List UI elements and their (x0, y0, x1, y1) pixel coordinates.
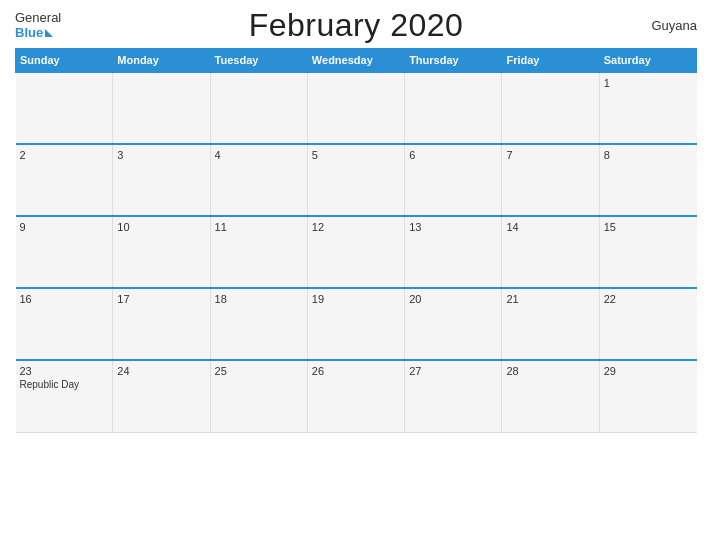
calendar-cell: 9 (16, 216, 113, 288)
day-number: 6 (409, 149, 497, 161)
calendar-cell: 25 (210, 360, 307, 432)
calendar-cell: 3 (113, 144, 210, 216)
calendar-cell: 19 (307, 288, 404, 360)
holiday-label: Republic Day (20, 379, 109, 390)
day-number: 17 (117, 293, 205, 305)
calendar-cell: 15 (599, 216, 696, 288)
day-number: 28 (506, 365, 594, 377)
calendar-cell (210, 72, 307, 144)
header-saturday: Saturday (599, 49, 696, 73)
calendar-cell: 23Republic Day (16, 360, 113, 432)
calendar-cell (502, 72, 599, 144)
calendar-cell: 14 (502, 216, 599, 288)
calendar-cell: 10 (113, 216, 210, 288)
day-number: 22 (604, 293, 693, 305)
calendar-cell: 1 (599, 72, 696, 144)
day-number: 20 (409, 293, 497, 305)
calendar-cell: 18 (210, 288, 307, 360)
calendar-cell: 13 (405, 216, 502, 288)
calendar-cell: 12 (307, 216, 404, 288)
day-number: 15 (604, 221, 693, 233)
calendar-header: General Blue February 2020 Guyana (15, 10, 697, 40)
calendar-cell: 22 (599, 288, 696, 360)
calendar-cell: 20 (405, 288, 502, 360)
calendar-week-row: 16171819202122 (16, 288, 697, 360)
day-number: 11 (215, 221, 303, 233)
header-tuesday: Tuesday (210, 49, 307, 73)
day-number: 25 (215, 365, 303, 377)
calendar-container: General Blue February 2020 Guyana Sunday… (0, 0, 712, 550)
day-number: 14 (506, 221, 594, 233)
calendar-cell: 16 (16, 288, 113, 360)
day-number: 27 (409, 365, 497, 377)
day-number: 21 (506, 293, 594, 305)
calendar-table: Sunday Monday Tuesday Wednesday Thursday… (15, 48, 697, 433)
calendar-cell: 5 (307, 144, 404, 216)
day-number: 10 (117, 221, 205, 233)
day-number: 4 (215, 149, 303, 161)
header-wednesday: Wednesday (307, 49, 404, 73)
calendar-cell: 2 (16, 144, 113, 216)
calendar-cell (16, 72, 113, 144)
day-number: 29 (604, 365, 693, 377)
day-number: 13 (409, 221, 497, 233)
days-header-row: Sunday Monday Tuesday Wednesday Thursday… (16, 49, 697, 73)
calendar-body: 1234567891011121314151617181920212223Rep… (16, 72, 697, 432)
calendar-cell (405, 72, 502, 144)
calendar-cell: 8 (599, 144, 696, 216)
title-block: February 2020 (249, 7, 464, 44)
logo-general-text: General (15, 10, 61, 25)
header-sunday: Sunday (16, 49, 113, 73)
calendar-cell: 24 (113, 360, 210, 432)
day-number: 7 (506, 149, 594, 161)
calendar-week-row: 9101112131415 (16, 216, 697, 288)
calendar-week-row: 2345678 (16, 144, 697, 216)
header-monday: Monday (113, 49, 210, 73)
calendar-cell: 11 (210, 216, 307, 288)
calendar-cell: 4 (210, 144, 307, 216)
day-number: 12 (312, 221, 400, 233)
day-number: 2 (20, 149, 109, 161)
calendar-cell: 28 (502, 360, 599, 432)
day-number: 23 (20, 365, 109, 377)
header-friday: Friday (502, 49, 599, 73)
logo-triangle-icon (45, 29, 53, 37)
calendar-cell: 27 (405, 360, 502, 432)
calendar-week-row: 23Republic Day242526272829 (16, 360, 697, 432)
country-label: Guyana (651, 18, 697, 33)
day-number: 19 (312, 293, 400, 305)
day-number: 18 (215, 293, 303, 305)
calendar-thead: Sunday Monday Tuesday Wednesday Thursday… (16, 49, 697, 73)
day-number: 26 (312, 365, 400, 377)
header-thursday: Thursday (405, 49, 502, 73)
day-number: 16 (20, 293, 109, 305)
logo-blue-text: Blue (15, 25, 43, 40)
logo: General Blue (15, 10, 61, 40)
calendar-week-row: 1 (16, 72, 697, 144)
calendar-cell: 7 (502, 144, 599, 216)
calendar-cell (307, 72, 404, 144)
calendar-cell: 17 (113, 288, 210, 360)
calendar-cell (113, 72, 210, 144)
calendar-title: February 2020 (249, 7, 464, 43)
day-number: 3 (117, 149, 205, 161)
calendar-cell: 29 (599, 360, 696, 432)
day-number: 24 (117, 365, 205, 377)
day-number: 8 (604, 149, 693, 161)
day-number: 1 (604, 77, 693, 89)
calendar-cell: 26 (307, 360, 404, 432)
day-number: 5 (312, 149, 400, 161)
calendar-cell: 21 (502, 288, 599, 360)
calendar-cell: 6 (405, 144, 502, 216)
day-number: 9 (20, 221, 109, 233)
